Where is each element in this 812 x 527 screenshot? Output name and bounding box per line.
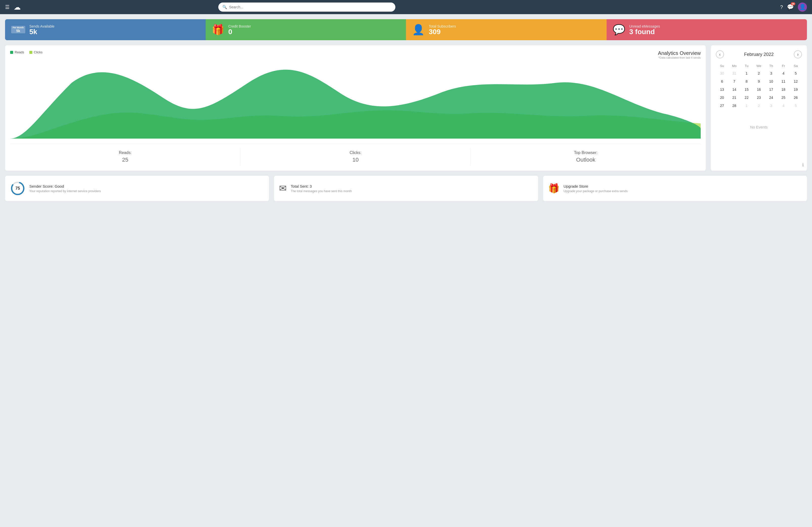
- calendar-day[interactable]: 30: [716, 69, 728, 77]
- day-th: Th: [765, 62, 777, 69]
- menu-icon[interactable]: ☰: [5, 4, 10, 10]
- messages-icon[interactable]: 💬 38: [787, 4, 794, 10]
- total-subscribers-card[interactable]: 👤 Total Subscribers 309: [406, 19, 607, 40]
- search-input[interactable]: [229, 5, 391, 9]
- day-su: Su: [716, 62, 728, 69]
- calendar-day[interactable]: 3: [765, 102, 777, 110]
- search-bar[interactable]: 🔍: [218, 2, 395, 12]
- unread-emessages-card[interactable]: 💬 Unread eMessages 3 found: [607, 19, 807, 40]
- calendar-day[interactable]: 22: [740, 93, 753, 102]
- calendar-body: 3031123456789101112131415161718192021222…: [716, 69, 802, 110]
- message-badge: 38: [791, 2, 795, 5]
- help-icon[interactable]: ?: [780, 4, 783, 10]
- no-events: No Events: [716, 120, 802, 134]
- stats-row: Reads: 25 Clicks: 10 Top Browser: Outloo…: [10, 144, 701, 166]
- calendar-day[interactable]: 4: [777, 102, 790, 110]
- subscribers-icon: 👤: [412, 24, 425, 36]
- calendar-day[interactable]: 18: [777, 86, 790, 93]
- total-sent-title: Total Sent: 3: [291, 184, 352, 188]
- calendar-prev-button[interactable]: ‹: [716, 50, 724, 58]
- calendar-day[interactable]: 10: [765, 77, 777, 86]
- calendar-day[interactable]: 1: [740, 69, 753, 77]
- calendar-day[interactable]: 21: [728, 93, 741, 102]
- calendar-day[interactable]: 14: [728, 86, 741, 93]
- calendar-day[interactable]: 26: [789, 93, 802, 102]
- credit-booster-card[interactable]: 🎁 Credit Booster 0: [206, 19, 406, 40]
- calendar-day[interactable]: 6: [716, 77, 728, 86]
- sends-value: 5k: [29, 28, 54, 35]
- calendar-day[interactable]: 19: [789, 86, 802, 93]
- reads-dot: [10, 51, 13, 54]
- bottom-cards: 75 Sender Score: Good Your reputation re…: [5, 176, 807, 201]
- calendar-day[interactable]: 31: [728, 69, 741, 77]
- calendar-week: 303112345: [716, 69, 802, 77]
- calendar-week: 13141516171819: [716, 86, 802, 93]
- calendar-day[interactable]: 20: [716, 93, 728, 102]
- sends-label: Sends Available: [29, 24, 54, 28]
- sends-icon: Per Month5k: [11, 26, 25, 34]
- day-mo: Mo: [728, 62, 741, 69]
- analytics-chart: [10, 63, 701, 138]
- total-sent-card[interactable]: ✉ Total Sent: 3 The total messages you h…: [274, 176, 538, 201]
- analytics-subtitle: *Data calculated from last 4 sends: [658, 56, 701, 59]
- header: ☰ ☁ 🔍 ? 💬 38 👤: [0, 0, 812, 14]
- subscribers-label: Total Subscribers: [429, 24, 456, 28]
- calendar-day[interactable]: 5: [789, 69, 802, 77]
- calendar-day[interactable]: 2: [753, 69, 765, 77]
- sender-score-card[interactable]: 75 Sender Score: Good Your reputation re…: [5, 176, 269, 201]
- calendar-day[interactable]: 23: [753, 93, 765, 102]
- calendar-day[interactable]: 2: [753, 102, 765, 110]
- calendar-day[interactable]: 9: [753, 77, 765, 86]
- sends-available-card[interactable]: Per Month5k Sends Available 5k: [5, 19, 206, 40]
- upgrade-store-card[interactable]: 🎁 Upgrade Store Upgrade your package or …: [543, 176, 807, 201]
- total-sent-desc: The total messages you have sent this mo…: [291, 189, 352, 193]
- calendar-day[interactable]: 5: [789, 102, 802, 110]
- calendar-next-button[interactable]: ›: [794, 50, 802, 58]
- gift-icon: 🎁: [548, 183, 560, 194]
- analytics-card: Reads Clicks Analytics Overview *Data ca…: [5, 45, 706, 171]
- calendar-title: February 2022: [744, 52, 773, 57]
- calendar-day[interactable]: 11: [777, 77, 790, 86]
- calendar-card: ‹ February 2022 › Su Mo Tu We Th Fr Sa: [711, 45, 807, 171]
- analytics-header: Analytics Overview *Data calculated from…: [658, 50, 701, 59]
- credit-value: 0: [229, 28, 251, 35]
- calendar-week: 20212223242526: [716, 93, 802, 102]
- legend-clicks: Clicks: [29, 50, 43, 54]
- calendar-day[interactable]: 4: [777, 69, 790, 77]
- calendar-day[interactable]: 13: [716, 86, 728, 93]
- legend-reads: Reads: [10, 50, 24, 54]
- calendar-days-header: Su Mo Tu We Th Fr Sa: [716, 62, 802, 69]
- day-sa: Sa: [789, 62, 802, 69]
- info-icon[interactable]: ℹ: [802, 162, 804, 168]
- upgrade-store-title: Upgrade Store: [564, 184, 627, 188]
- calendar-day[interactable]: 16: [753, 86, 765, 93]
- calendar-grid: Su Mo Tu We Th Fr Sa 3031123456789101112…: [716, 62, 802, 110]
- calendar-header: ‹ February 2022 ›: [716, 50, 802, 58]
- credit-label: Credit Booster: [229, 24, 251, 28]
- day-we: We: [753, 62, 765, 69]
- calendar-day[interactable]: 1: [740, 102, 753, 110]
- day-tu: Tu: [740, 62, 753, 69]
- calendar-day[interactable]: 12: [789, 77, 802, 86]
- calendar-day[interactable]: 3: [765, 69, 777, 77]
- calendar-day[interactable]: 24: [765, 93, 777, 102]
- emessages-label: Unread eMessages: [629, 24, 660, 28]
- sender-score-desc: Your reputation reported by internet ser…: [29, 189, 101, 193]
- day-fr: Fr: [777, 62, 790, 69]
- credit-icon: 🎁: [212, 24, 224, 36]
- calendar-day[interactable]: 27: [716, 102, 728, 110]
- analytics-legend: Reads Clicks: [10, 50, 43, 54]
- clicks-dot: [29, 51, 32, 54]
- calendar-day[interactable]: 25: [777, 93, 790, 102]
- upgrade-store-desc: Upgrade your package or purchase extra s…: [564, 189, 627, 193]
- calendar-day[interactable]: 8: [740, 77, 753, 86]
- calendar-day[interactable]: 15: [740, 86, 753, 93]
- calendar-day[interactable]: 7: [728, 77, 741, 86]
- calendar-week: 6789101112: [716, 77, 802, 86]
- reads-stat: Reads: 25: [10, 148, 240, 166]
- envelope-icon: ✉: [279, 183, 287, 194]
- avatar[interactable]: 👤: [798, 2, 807, 12]
- calendar-day[interactable]: 28: [728, 102, 741, 110]
- calendar-day[interactable]: 17: [765, 86, 777, 93]
- analytics-title: Analytics Overview: [658, 50, 701, 56]
